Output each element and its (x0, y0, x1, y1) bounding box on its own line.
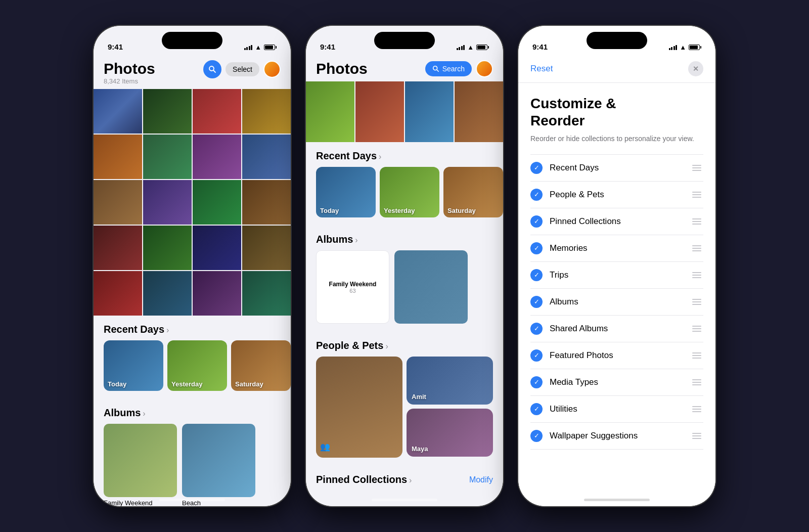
grid-photo-15[interactable] (193, 226, 241, 270)
bar-2-4 (463, 45, 465, 50)
svg-line-3 (436, 70, 438, 72)
grid-photo-5[interactable] (94, 135, 142, 179)
grid-photo-4[interactable] (242, 89, 291, 134)
list-item-people-pets: ✓ People & Pets (530, 182, 703, 208)
drag-handle-featured-photos[interactable] (690, 350, 703, 361)
phone1-scroll[interactable]: Photos 8,342 Items Select (94, 26, 291, 506)
time-display-3: 9:41 (532, 42, 548, 51)
battery-icon-3 (689, 45, 701, 50)
people-header[interactable]: People & Pets › (306, 332, 503, 357)
modify-button[interactable]: Modify (469, 475, 493, 484)
bar-3-2 (671, 47, 672, 50)
check-utilities[interactable]: ✓ (530, 403, 543, 415)
drag-handle-wallpaper[interactable] (690, 431, 703, 441)
check-shared-albums[interactable]: ✓ (530, 323, 543, 335)
search-button[interactable] (203, 60, 221, 78)
day-card-saturday-2[interactable]: Saturday (443, 167, 503, 217)
phone1-header: Photos 8,342 Items Select (94, 55, 291, 89)
reset-button[interactable]: Reset (530, 64, 553, 74)
user-avatar[interactable] (263, 61, 281, 78)
day-label-today-2: Today (320, 207, 339, 214)
check-pinned[interactable]: ✓ (530, 215, 543, 228)
phone2-scroll[interactable]: Photos Search (306, 26, 503, 506)
check-featured-photos[interactable]: ✓ (530, 349, 543, 362)
battery-tip (276, 46, 277, 49)
select-button[interactable]: Select (226, 62, 259, 76)
phone3-scroll[interactable]: Reset ✕ Customize &Reorder Reorder or hi… (518, 26, 715, 506)
check-recent-days[interactable]: ✓ (530, 162, 543, 174)
hero-cell-3 (405, 81, 454, 142)
grid-photo-19[interactable] (193, 271, 241, 316)
album-name-inner: Family Weekend (329, 281, 377, 288)
drag-handle-albums[interactable] (690, 297, 703, 307)
pinned-title-group[interactable]: Pinned Collections › (316, 474, 412, 485)
grid-photo-8[interactable] (242, 135, 291, 179)
check-albums[interactable]: ✓ (530, 296, 543, 308)
grid-photo-9[interactable] (94, 180, 142, 225)
svg-line-1 (213, 70, 215, 72)
day-card-saturday[interactable]: Saturday (231, 340, 291, 391)
album-card-beach[interactable]: Beach 159 (182, 424, 255, 506)
grid-photo-11[interactable] (193, 180, 241, 225)
search-label: Search (442, 65, 465, 73)
drag-handle-memories[interactable] (690, 243, 703, 253)
grid-photo-6[interactable] (143, 135, 192, 179)
grid-photo-14[interactable] (143, 226, 192, 270)
phone-3: 9:41 ▲ Reset (518, 26, 715, 506)
label-memories: Memories (550, 243, 683, 253)
grid-photo-7[interactable] (193, 135, 241, 179)
grid-photo-17[interactable] (94, 271, 142, 316)
check-wallpaper[interactable]: ✓ (530, 430, 543, 442)
drag-handle-trips[interactable] (690, 270, 703, 280)
label-trips: Trips (550, 270, 683, 280)
people-card-amit-portrait[interactable]: Amit (407, 357, 493, 405)
grid-photo-18[interactable] (143, 271, 192, 316)
grid-photo-2[interactable] (143, 89, 192, 134)
people-chevron: › (385, 342, 388, 351)
album-card-family-2[interactable]: Family Weekend 63 (316, 250, 389, 324)
battery-tip-2 (488, 46, 489, 49)
close-button[interactable]: ✕ (688, 61, 703, 76)
home-bar-3 (584, 499, 650, 501)
photos-title-2: Photos (316, 60, 368, 77)
recent-days-header-2[interactable]: Recent Days › (306, 142, 503, 167)
drag-handle-shared-albums[interactable] (690, 324, 703, 334)
day-card-yesterday-2[interactable]: Yesterday (380, 167, 439, 217)
albums-header[interactable]: Albums › (94, 399, 291, 424)
albums-header-2[interactable]: Albums › (306, 226, 503, 250)
label-pinned-collections: Pinned Collections (550, 216, 683, 227)
grid-photo-20[interactable] (242, 271, 291, 316)
album-card-beach-2[interactable] (394, 250, 468, 324)
day-card-yesterday[interactable]: Yesterday (167, 340, 227, 391)
grid-photo-3[interactable] (193, 89, 241, 134)
album-card-family[interactable]: Family Weekend 63 (104, 424, 177, 506)
battery-tip-3 (700, 46, 701, 49)
drag-handle-people-pets[interactable] (690, 190, 703, 200)
user-avatar-2[interactable] (476, 60, 493, 77)
phone-1: 9:41 ▲ Photos (94, 26, 291, 506)
grid-photo-10[interactable] (143, 180, 192, 225)
drag-handle-pinned[interactable] (690, 216, 703, 227)
drag-handle-utilities[interactable] (690, 404, 703, 414)
check-memories[interactable]: ✓ (530, 242, 543, 254)
search-button-2[interactable]: Search (425, 61, 472, 76)
day-card-today[interactable]: Today (104, 340, 163, 391)
check-people-pets[interactable]: ✓ (530, 189, 543, 201)
wifi-icon-3: ▲ (680, 43, 686, 51)
day-card-today-2[interactable]: Today (316, 167, 376, 217)
check-trips[interactable]: ✓ (530, 269, 543, 281)
battery-icon (264, 45, 277, 50)
status-icons: ▲ (244, 43, 277, 51)
recent-days-header[interactable]: Recent Days › (94, 316, 291, 340)
grid-photo-16[interactable] (242, 226, 291, 270)
people-card-maya[interactable]: Maya (407, 409, 493, 457)
grid-photo-1[interactable] (94, 89, 142, 134)
grid-photo-12[interactable] (242, 180, 291, 225)
drag-handle-recent-days[interactable] (690, 163, 703, 173)
drag-handle-media-types[interactable] (690, 377, 703, 387)
grid-photo-13[interactable] (94, 226, 142, 270)
battery-body-3 (689, 45, 700, 50)
albums-scroll-2: Family Weekend 63 (306, 250, 503, 332)
people-card-amit[interactable]: 👥 (316, 357, 402, 458)
check-media-types[interactable]: ✓ (530, 376, 543, 388)
